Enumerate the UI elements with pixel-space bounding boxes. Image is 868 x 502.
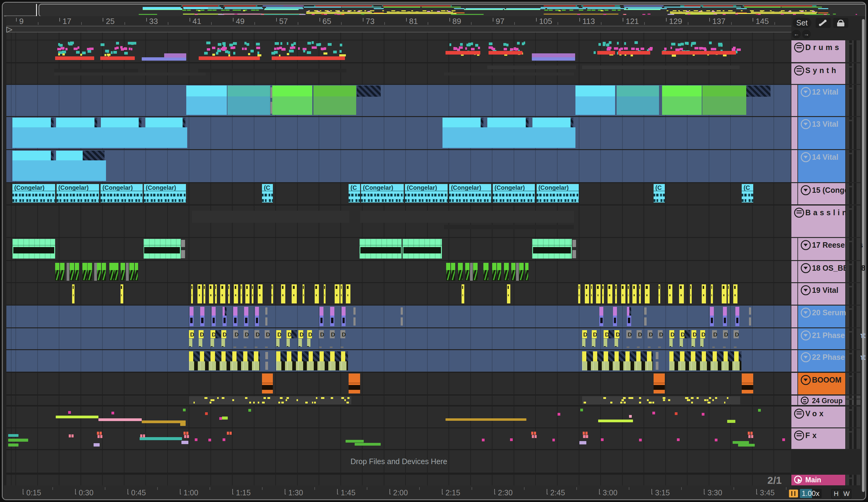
- midi-clip[interactable]: D: [307, 330, 312, 348]
- midi-clip[interactable]: [66, 263, 69, 281]
- midi-clip[interactable]: [220, 284, 225, 303]
- track-lane-v12[interactable]: [6, 85, 791, 116]
- midi-clip[interactable]: [735, 307, 739, 327]
- midi-clip[interactable]: [87, 263, 92, 281]
- audio-clip[interactable]: [360, 239, 402, 259]
- midi-clip[interactable]: [621, 284, 626, 303]
- track-header-p21[interactable]: 21 Phase Plant: [798, 328, 845, 349]
- midi-clip[interactable]: D: [626, 330, 631, 348]
- midi-clip[interactable]: D: [210, 330, 215, 348]
- clip-sliver[interactable]: [265, 308, 267, 325]
- midi-clip[interactable]: [70, 263, 74, 281]
- group-track-icon[interactable]: [794, 42, 804, 52]
- clip-bar[interactable]: [8, 443, 19, 446]
- midi-clip[interactable]: [191, 284, 193, 303]
- clip-bar[interactable]: [164, 53, 186, 58]
- clip-sliver[interactable]: [265, 352, 268, 370]
- clip-bar[interactable]: [445, 51, 480, 54]
- midi-clip[interactable]: [129, 263, 134, 281]
- clip-pair[interactable]: [97, 432, 102, 435]
- midi-clip[interactable]: [60, 263, 64, 281]
- track-header-drums[interactable]: Drums: [792, 40, 845, 62]
- audio-clip[interactable]: (Congelar): [493, 184, 535, 202]
- midi-clip[interactable]: [628, 284, 629, 303]
- clip-dot[interactable]: [510, 438, 513, 441]
- clip-dot[interactable]: [782, 438, 785, 441]
- track-lane-s20[interactable]: [6, 305, 791, 328]
- clip-bar[interactable]: [142, 420, 186, 423]
- fold-track-icon[interactable]: [801, 152, 811, 162]
- track-lane-p21[interactable]: DDDDDDDDDDDDDDDDDDDDDDDDDDDDDD: [6, 328, 791, 349]
- midi-clip[interactable]: D: [734, 330, 738, 348]
- track-lane-fx[interactable]: [6, 428, 791, 449]
- midi-clip[interactable]: [102, 263, 106, 281]
- clip-pair[interactable]: [748, 435, 753, 438]
- clip-header[interactable]: [533, 118, 573, 127]
- clip-dot[interactable]: [223, 438, 225, 441]
- midi-clip[interactable]: [462, 284, 464, 303]
- clip-dot[interactable]: [195, 438, 197, 441]
- track-lane-drums[interactable]: [6, 40, 791, 62]
- clip-strip[interactable]: [276, 351, 348, 371]
- fold-track-icon[interactable]: [801, 330, 811, 340]
- midi-clip[interactable]: [507, 284, 510, 303]
- clip-pair[interactable]: [532, 435, 537, 438]
- arrangement-overview[interactable]: [39, 4, 866, 17]
- clip-dot[interactable]: [580, 409, 583, 411]
- clip-dot[interactable]: [715, 439, 717, 441]
- track-header-fx[interactable]: Fx: [792, 428, 845, 449]
- midi-clip[interactable]: [335, 284, 340, 303]
- fold-track-icon[interactable]: [801, 263, 811, 273]
- midi-clip[interactable]: [233, 307, 237, 327]
- track-header-main[interactable]: Main: [792, 475, 845, 485]
- clip-dot[interactable]: [652, 412, 655, 414]
- clip-bar[interactable]: [99, 418, 142, 421]
- midi-clip[interactable]: [302, 284, 304, 303]
- fold-track-icon[interactable]: [801, 185, 811, 195]
- track-lane-vox[interactable]: [6, 406, 791, 428]
- midi-clip[interactable]: [212, 307, 216, 327]
- audio-clip[interactable]: (Congelar): [144, 184, 186, 202]
- midi-clip[interactable]: [72, 284, 74, 303]
- clip-dot[interactable]: [677, 438, 680, 441]
- midi-clip[interactable]: [320, 307, 323, 327]
- midi-clip[interactable]: [492, 263, 496, 281]
- audio-clip[interactable]: [532, 239, 572, 259]
- midi-clip[interactable]: [189, 307, 194, 327]
- track-lane-p22[interactable]: [6, 350, 791, 372]
- midi-clip[interactable]: [223, 307, 227, 327]
- clip-pair[interactable]: [140, 434, 145, 438]
- audio-clip[interactable]: (C: [349, 184, 360, 202]
- midi-clip[interactable]: [608, 284, 612, 303]
- track-lane-v13[interactable]: [6, 117, 791, 149]
- track-header-s20[interactable]: 20 Serum: [798, 305, 845, 328]
- midi-clip[interactable]: D: [637, 330, 641, 348]
- midi-clip[interactable]: [446, 263, 450, 281]
- audio-clip[interactable]: (Congelar): [56, 184, 99, 202]
- audio-clip[interactable]: (Congelar): [537, 184, 579, 202]
- clip-dot[interactable]: [183, 409, 186, 411]
- midi-clip[interactable]: D: [691, 330, 696, 348]
- fold-track-icon[interactable]: [801, 119, 811, 129]
- midi-clip[interactable]: [690, 284, 692, 303]
- clip-bar[interactable]: [180, 423, 186, 426]
- audio-clip[interactable]: (C: [262, 184, 273, 202]
- clip-disabled[interactable]: [83, 151, 104, 160]
- midi-clip[interactable]: D: [244, 330, 248, 348]
- midi-clip[interactable]: [710, 307, 714, 327]
- track-header-v14[interactable]: 14 Vital: [798, 150, 845, 182]
- midi-clip[interactable]: D: [276, 330, 281, 348]
- midi-clip[interactable]: [258, 284, 262, 303]
- midi-clip[interactable]: [497, 263, 501, 281]
- clip-header[interactable]: [56, 118, 97, 127]
- audio-clip[interactable]: [262, 373, 273, 393]
- midi-clip[interactable]: [576, 86, 615, 115]
- midi-clip[interactable]: [599, 307, 603, 327]
- clip-bar[interactable]: [142, 57, 186, 61]
- midi-clip[interactable]: [204, 284, 205, 303]
- midi-clip[interactable]: [135, 263, 138, 281]
- clip-bar[interactable]: [738, 444, 755, 446]
- track-header-v19[interactable]: 19 Vital: [798, 283, 845, 305]
- midi-clip[interactable]: D: [614, 330, 619, 348]
- midi-clip[interactable]: [659, 284, 660, 303]
